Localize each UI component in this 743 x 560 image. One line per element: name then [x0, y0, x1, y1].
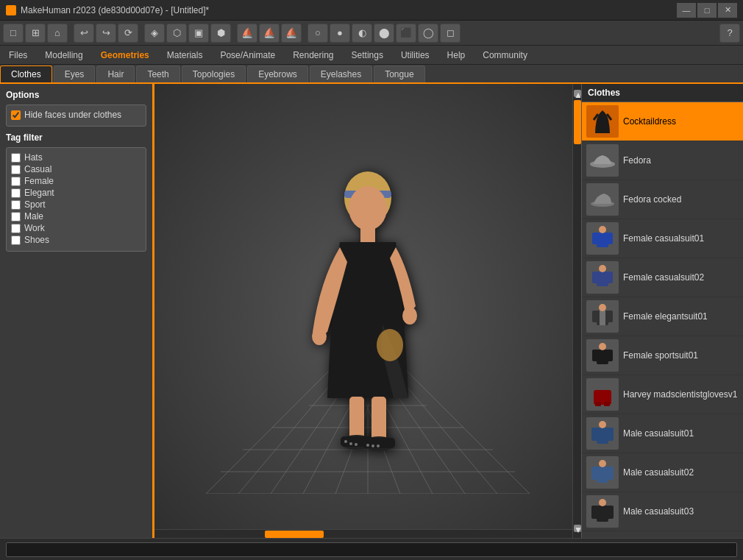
- tb-home[interactable]: ⌂: [47, 24, 68, 43]
- clothes-name-male-casualsuit01: Male casualsuit01: [623, 428, 694, 439]
- right-panel: Clothes Cocktaildress Fedora: [581, 84, 743, 538]
- menu-geometries[interactable]: Geometries: [92, 47, 158, 63]
- clothes-item-cocktaildress[interactable]: Cocktaildress: [582, 102, 743, 141]
- tb-side[interactable]: ⛵: [259, 24, 280, 43]
- tb-top[interactable]: ⛵: [281, 24, 302, 43]
- clothes-thumb-harvey: [586, 378, 619, 411]
- tb-new[interactable]: □: [3, 24, 24, 43]
- tb-help[interactable]: ?: [719, 24, 740, 43]
- tag-casual-checkbox[interactable]: [11, 165, 21, 174]
- clothes-item-fedora[interactable]: Fedora: [582, 141, 743, 180]
- tb-filled[interactable]: ⬤: [374, 24, 394, 43]
- clothes-thumb-female-casualsuit02: [586, 261, 619, 294]
- svg-point-31: [349, 442, 352, 445]
- menu-files[interactable]: Files: [0, 47, 36, 63]
- tb-square[interactable]: ⬛: [396, 24, 416, 43]
- tab-teeth[interactable]: Teeth: [136, 65, 179, 82]
- tab-eyes[interactable]: Eyes: [54, 65, 96, 82]
- tb-hex[interactable]: ⬢: [210, 24, 231, 43]
- clothes-item-female-elegantsuit01[interactable]: Female elegantsuit01: [582, 297, 743, 336]
- tb-select[interactable]: ◈: [144, 24, 165, 43]
- tab-tongue[interactable]: Tongue: [374, 65, 424, 82]
- tb-redo[interactable]: ↪: [96, 24, 116, 43]
- clothes-item-male-casualsuit02[interactable]: Male casualsuit02: [582, 453, 743, 492]
- viewport[interactable]: ▲ ▼: [154, 84, 581, 538]
- svg-rect-62: [607, 428, 614, 441]
- clothes-item-fedora-cocked[interactable]: Fedora cocked: [582, 180, 743, 219]
- tag-female-checkbox[interactable]: [11, 177, 21, 186]
- tab-clothes[interactable]: Clothes: [0, 65, 52, 82]
- tag-hats-label: Hats: [24, 152, 43, 163]
- clothes-name-female-casualsuit02: Female casualsuit02: [623, 272, 704, 283]
- viewport-hscrollbar[interactable]: [154, 529, 572, 538]
- tb-front[interactable]: ⛵: [237, 24, 257, 43]
- tag-elegant-checkbox[interactable]: [11, 188, 21, 198]
- svg-point-22: [402, 307, 417, 325]
- svg-rect-66: [607, 467, 614, 480]
- tb-check[interactable]: ◻: [440, 24, 461, 43]
- svg-rect-50: [607, 311, 613, 322]
- clothes-item-male-casualsuit01[interactable]: Male casualsuit01: [582, 414, 743, 453]
- tag-work-checkbox[interactable]: [11, 224, 21, 233]
- hscroll-thumb[interactable]: [265, 531, 324, 538]
- menu-rendering[interactable]: Rendering: [284, 47, 342, 63]
- tab-eyebrows[interactable]: Eyebrows: [247, 65, 308, 82]
- clothes-thumb-male-casualsuit01: [586, 417, 619, 450]
- character-svg: [287, 163, 449, 479]
- statusbar: [0, 538, 743, 560]
- menu-community[interactable]: Community: [474, 47, 536, 63]
- clothes-name-cocktaildress: Cocktaildress: [623, 116, 676, 127]
- vscroll-thumb[interactable]: [574, 100, 581, 144]
- clothes-item-female-casualsuit02[interactable]: Female casualsuit02: [582, 258, 743, 297]
- menu-help[interactable]: Help: [438, 47, 474, 63]
- hide-faces-checkbox[interactable]: [11, 110, 21, 120]
- tb-dot[interactable]: ●: [330, 24, 350, 43]
- svg-rect-41: [592, 233, 598, 244]
- viewport-vscrollbar[interactable]: ▲ ▼: [572, 84, 581, 538]
- clothes-thumb-female-elegantsuit01: [586, 300, 619, 333]
- app-icon: [6, 5, 16, 15]
- tb-circle[interactable]: ○: [307, 24, 328, 43]
- svg-point-43: [599, 226, 606, 233]
- tb-mesh[interactable]: ⬡: [166, 24, 187, 43]
- svg-rect-25: [372, 397, 386, 441]
- clothes-thumb-female-casualsuit01: [586, 222, 619, 255]
- tab-eyelashes[interactable]: Eyelashes: [310, 65, 372, 82]
- clothes-item-female-casualsuit01[interactable]: Female casualsuit01: [582, 219, 743, 258]
- tag-sport-checkbox[interactable]: [11, 200, 21, 210]
- svg-rect-64: [597, 467, 608, 483]
- tb-grid2[interactable]: ▣: [188, 24, 209, 43]
- vscroll-top-btn[interactable]: ▲: [574, 90, 581, 97]
- menu-settings[interactable]: Settings: [343, 47, 392, 63]
- tb-grid[interactable]: ⊞: [25, 24, 46, 43]
- tag-male-checkbox[interactable]: [11, 212, 21, 221]
- svg-rect-59: [604, 402, 610, 406]
- vscroll-bottom-btn[interactable]: ▼: [574, 525, 581, 532]
- main-area: Options Hide faces under clothes Tag fil…: [0, 84, 743, 538]
- svg-rect-51: [600, 311, 605, 325]
- svg-rect-68: [597, 506, 608, 522]
- minimize-button[interactable]: —: [677, 3, 696, 18]
- tag-male: Male: [11, 211, 141, 221]
- menu-materials[interactable]: Materials: [158, 47, 212, 63]
- tb-refresh[interactable]: ⟳: [118, 24, 138, 43]
- clothes-item-harvey[interactable]: Harvey madscientistglovesv1: [582, 375, 743, 414]
- menu-modelling[interactable]: Modelling: [36, 47, 91, 63]
- tb-undo[interactable]: ↩: [74, 24, 94, 43]
- titlebar: MakeHuman r2023 (de830d00d07e) - [Untitl…: [0, 0, 743, 21]
- tb-ring[interactable]: ◯: [418, 24, 438, 43]
- close-button[interactable]: ✕: [718, 3, 737, 18]
- tab-hair[interactable]: Hair: [96, 65, 135, 82]
- maximize-button[interactable]: □: [697, 3, 717, 18]
- clothes-item-female-sportsuit01[interactable]: Female sportsuit01: [582, 336, 743, 375]
- menu-utilities[interactable]: Utilities: [392, 47, 438, 63]
- tb-half[interactable]: ◐: [352, 24, 372, 43]
- tag-hats-checkbox[interactable]: [11, 153, 21, 163]
- svg-rect-65: [591, 467, 598, 480]
- menu-poseanimate[interactable]: Pose/Animate: [211, 47, 284, 63]
- clothes-item-male-casualsuit03[interactable]: Male casualsuit03: [582, 492, 743, 531]
- tab-topologies[interactable]: Topologies: [182, 65, 246, 82]
- status-input[interactable]: [6, 542, 737, 557]
- svg-point-52: [599, 304, 606, 311]
- tag-shoes-checkbox[interactable]: [11, 235, 21, 245]
